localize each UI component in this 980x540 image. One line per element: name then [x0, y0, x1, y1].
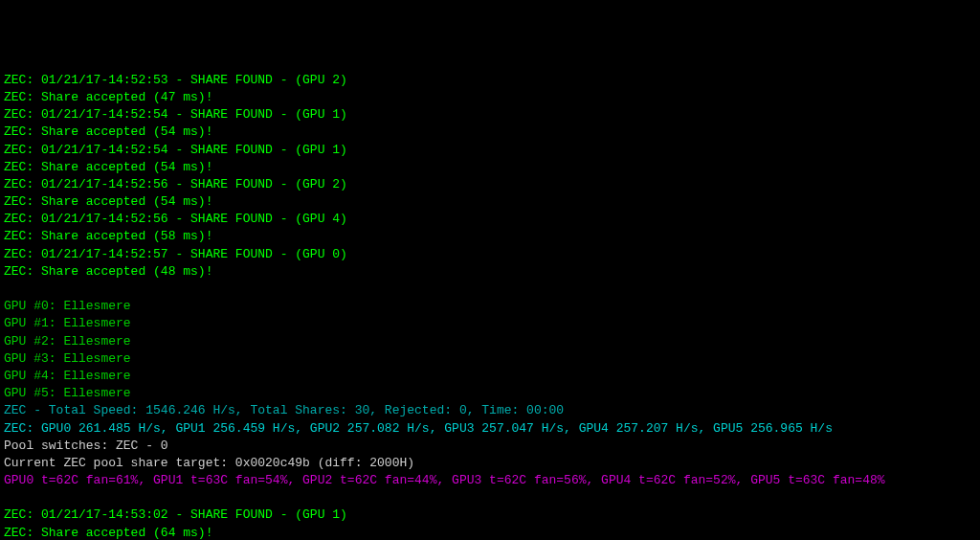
log-line: ZEC: 01/21/17-14:52:56 - SHARE FOUND - (…	[4, 176, 976, 193]
log-line: GPU #1: Ellesmere	[4, 315, 976, 332]
log-line: ZEC: 01/21/17-14:53:02 - SHARE FOUND - (…	[4, 506, 976, 524]
log-line: ZEC: Share accepted (54 ms)!	[4, 124, 976, 141]
log-line: ZEC: 01/21/17-14:52:53 - SHARE FOUND - (…	[4, 72, 976, 89]
log-line: ZEC: 01/21/17-14:52:56 - SHARE FOUND - (…	[4, 211, 976, 228]
log-line: ZEC: Share accepted (54 ms)!	[4, 193, 976, 211]
log-line: ZEC: GPU0 261.485 H/s, GPU1 256.459 H/s,…	[4, 420, 976, 438]
log-line: Pool switches: ZEC - 0	[4, 438, 976, 455]
log-line: ZEC: Share accepted (54 ms)!	[4, 159, 976, 176]
log-line: ZEC: Share accepted (58 ms)!	[4, 228, 976, 245]
log-line: GPU #4: Ellesmere	[4, 368, 976, 385]
log-line: ZEC: Share accepted (47 ms)!	[4, 89, 976, 106]
log-line: GPU #2: Ellesmere	[4, 333, 976, 350]
terminal-output: ZEC: 01/21/17-14:52:53 - SHARE FOUND - (…	[4, 72, 976, 540]
log-line: GPU #3: Ellesmere	[4, 350, 976, 368]
log-line: ZEC: 01/21/17-14:52:54 - SHARE FOUND - (…	[4, 106, 976, 124]
log-line: ZEC: Share accepted (48 ms)!	[4, 263, 976, 281]
log-line: Current ZEC pool share target: 0x0020c49…	[4, 455, 976, 472]
log-line: ZEC: Share accepted (64 ms)!	[4, 525, 976, 540]
log-line: ZEC: 01/21/17-14:52:57 - SHARE FOUND - (…	[4, 246, 976, 263]
log-line: GPU #0: Ellesmere	[4, 298, 976, 315]
log-line	[4, 489, 976, 506]
log-line: ZEC: 01/21/17-14:52:54 - SHARE FOUND - (…	[4, 142, 976, 159]
log-line	[4, 281, 976, 298]
log-line: GPU0 t=62C fan=61%, GPU1 t=63C fan=54%, …	[4, 472, 976, 489]
log-line: ZEC - Total Speed: 1546.246 H/s, Total S…	[4, 402, 976, 419]
log-line: GPU #5: Ellesmere	[4, 385, 976, 402]
